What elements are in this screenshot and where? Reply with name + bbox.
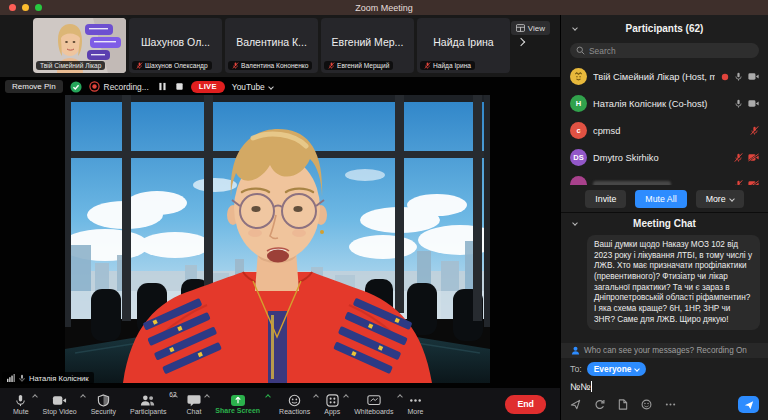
participant-name: Твій Сімейний Лікар (Host, me) [593, 72, 715, 82]
smiley-icon [288, 394, 301, 407]
chevron-right-icon [517, 38, 525, 46]
apps-icon [326, 394, 339, 407]
stream-target-dropdown[interactable]: YouTube [232, 82, 273, 92]
chevron-down-icon [729, 196, 735, 202]
participants-search[interactable] [570, 43, 759, 58]
recipient-dropdown[interactable]: Everyone [587, 362, 647, 376]
chat-input[interactable]: №№ [570, 381, 759, 392]
whiteboard-icon [367, 394, 381, 407]
avatar [570, 176, 587, 185]
mute-button[interactable]: Mute [6, 388, 36, 420]
avatar: Н [570, 95, 587, 112]
participants-panel-header: Participants (62) [561, 15, 768, 41]
reactions-button[interactable]: Reactions [272, 388, 317, 420]
share-in-chat-icon[interactable] [570, 399, 581, 410]
screenshot-icon[interactable] [594, 399, 605, 410]
muted-camera-icon [748, 153, 759, 162]
participants-icon [140, 394, 156, 407]
collapse-chat-chevron[interactable] [572, 220, 578, 226]
end-meeting-button[interactable]: End [505, 395, 546, 414]
emoji-icon[interactable] [641, 399, 652, 410]
collapse-participants-chevron[interactable] [572, 25, 578, 31]
mic-icon [734, 99, 743, 108]
muted-mic-icon [232, 62, 239, 69]
signal-bars-icon [7, 374, 15, 382]
filmstrip-tile[interactable]: Валентина К... Валентина Кононенко [225, 18, 318, 73]
invite-button[interactable]: Invite [585, 190, 626, 208]
avatar: c [570, 122, 587, 139]
muted-mic-icon [136, 62, 143, 69]
recording-label: Recording... [104, 82, 149, 92]
chevron-up-icon[interactable] [265, 394, 271, 400]
chat-button[interactable]: Chat [180, 388, 209, 420]
participant-row[interactable] [570, 171, 759, 185]
window-title: Zoom Meeting [0, 3, 768, 13]
filmstrip-tile[interactable]: Шахунов Ол... Шахунов Олександр [129, 18, 222, 73]
next-page-arrow[interactable] [518, 39, 524, 45]
chat-compose: To: Everyone №№ [561, 358, 768, 420]
muted-mic-icon [328, 62, 335, 69]
chat-privacy-notice[interactable]: Who can see your messages? Recording On [561, 343, 768, 358]
participants-button[interactable]: 62 Participants [123, 388, 180, 420]
pause-recording-button[interactable] [158, 82, 167, 91]
participant-name-tag: Твій Сімейний Лікар [36, 61, 105, 70]
view-button[interactable]: View [511, 21, 550, 35]
mute-all-button[interactable]: Mute All [635, 190, 686, 208]
speaker-video [65, 95, 490, 383]
participant-name: Наталія Колісник (Co-host) [593, 99, 728, 109]
security-button[interactable]: Security [84, 388, 123, 420]
chat-panel-header: Meeting Chat [561, 213, 768, 233]
participant-name: cpmsd [593, 126, 744, 136]
chevron-down-icon [268, 84, 274, 90]
participant-name-tag: Найда Ірина [420, 61, 475, 70]
mic-icon [14, 394, 27, 407]
whiteboards-button[interactable]: Whiteboards [347, 388, 400, 420]
shield-icon [97, 394, 110, 407]
apps-button[interactable]: Apps [317, 388, 347, 420]
participants-title: Participants (62) [626, 23, 704, 34]
person-icon [571, 346, 580, 355]
more-options-icon[interactable] [665, 399, 676, 410]
participant-name-tag: Шахунов Олександр [132, 61, 212, 70]
share-screen-button[interactable]: Share Screen [208, 388, 272, 420]
chat-message: Ваші думки щодо Наказу МОЗ 102 від 2023 … [587, 235, 760, 330]
search-icon [576, 46, 585, 55]
mic-icon [734, 72, 743, 81]
main-video-stage: Remove Pin Recording... [0, 77, 560, 388]
muted-mic-icon [424, 62, 431, 69]
chevron-up-icon[interactable] [172, 394, 178, 400]
search-input[interactable] [589, 46, 753, 56]
stop-video-button[interactable]: Stop Video [36, 388, 84, 420]
encryption-check-icon [70, 81, 82, 93]
participant-row[interactable]: Н Наталія Колісник (Co-host) [570, 90, 759, 117]
participant-row[interactable]: Твій Сімейний Лікар (Host, me) [570, 63, 759, 90]
remove-pin-button[interactable]: Remove Pin [5, 80, 63, 93]
more-button[interactable]: More [401, 388, 431, 420]
participants-list: Твій Сімейний Лікар (Host, me) Н Наталія… [561, 63, 768, 185]
participant-name: Dmytro Skirhiko [593, 153, 728, 163]
side-panel: Participants (62) Твій Сімейний Лікар (H… [560, 15, 768, 420]
file-icon[interactable] [618, 399, 628, 410]
camera-icon [748, 72, 759, 81]
zoom-window: Zoom Meeting [0, 0, 768, 420]
clinic-logo [572, 70, 585, 83]
filmstrip-tile[interactable]: Найда Ірина Найда Ірина [417, 18, 510, 73]
recording-icon [89, 81, 100, 92]
chat-messages[interactable]: Ваші думки щодо Наказу МОЗ 102 від 2023 … [561, 233, 768, 343]
filmstrip-tile[interactable]: Евгений Мер... Евгений Мерщий [321, 18, 414, 73]
participant-row[interactable]: c cpmsd [570, 117, 759, 144]
send-button[interactable] [738, 396, 759, 413]
text-cursor [591, 381, 592, 392]
participants-more-button[interactable]: More [696, 190, 744, 208]
filmstrip-tile-self[interactable]: Твій Сімейний Лікар [33, 18, 126, 73]
titlebar: Zoom Meeting [0, 0, 768, 15]
participants-footer: Invite Mute All More [561, 185, 768, 213]
meeting-toolbar: Mute Stop Video Security 62 Participants [0, 388, 560, 420]
chat-title: Meeting Chat [633, 218, 696, 229]
stop-recording-button[interactable] [175, 82, 184, 91]
participant-name-tag: Валентина Кононенко [228, 61, 312, 70]
participant-row[interactable]: DS Dmytro Skirhiko [570, 144, 759, 171]
chevron-down-icon [635, 366, 641, 372]
mic-icon [18, 374, 26, 382]
muted-mic-icon [734, 153, 743, 162]
